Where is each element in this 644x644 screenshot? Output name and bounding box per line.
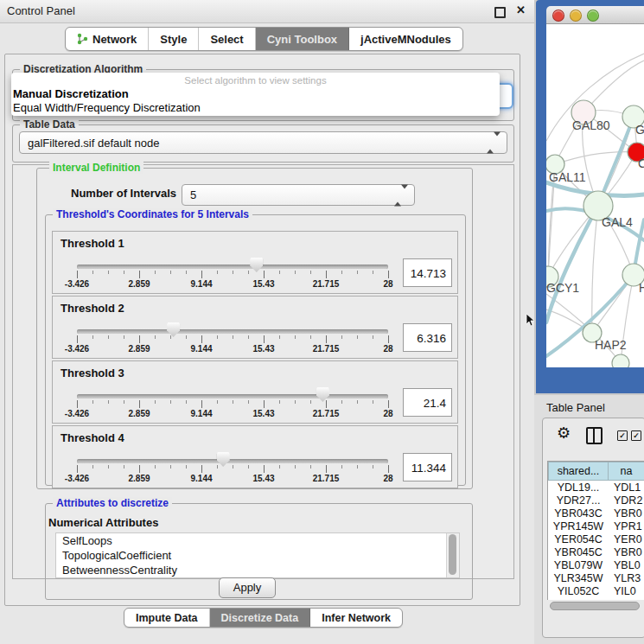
split-columns-icon[interactable] [586,427,603,444]
close-icon[interactable]: ✕ [516,3,526,16]
table-data-combo[interactable]: galFiltered.sif default node [19,131,507,154]
table-row[interactable]: YLR345WYLR3 [548,571,644,584]
bottom-tab-impute-data[interactable]: Impute Data [124,609,210,627]
tab-label: Select [210,33,243,46]
control-panel-title: Control Panel [7,4,75,17]
float-window-icon[interactable] [494,7,506,18]
slider-tick-labels: -3.4262.8599.14415.4321.71528 [77,474,388,484]
attributes-scrollbar[interactable] [446,533,459,577]
tab-select[interactable]: Select [199,28,255,50]
slider-tick-labels: -3.4262.8599.14415.4321.71528 [77,409,388,419]
algorithm-option-manual[interactable]: Manual Discretization [13,87,129,100]
checked-checkbox-icon[interactable]: ✓ [631,430,641,441]
table-row[interactable]: YER054CYER0 [548,532,644,545]
table-panel: Table Panel ⚙ ✓ ✓ shared... na YDL19...Y… [534,395,644,644]
top-tabbar: NetworkStyleSelectCyni ToolboxjActiveMNo… [65,27,463,51]
table-cell: YDL1 [609,481,644,494]
attribute-items: SelfLoopsTopologicalCoefficientBetweenne… [56,533,459,577]
table-cell: YLR3 [609,571,644,584]
tab-label: Cyni Toolbox [267,33,337,46]
network-node-label: H [639,281,644,295]
table-cell: YLR345W [548,571,609,584]
table-data-combo-value: galFiltered.sif default node [28,132,159,153]
slider-tick-labels: -3.4262.8599.14415.4321.71528 [77,279,388,290]
network-node-label: G [635,123,644,137]
minimize-traffic-light-icon[interactable] [570,10,582,22]
table-cell: YIL052C [548,584,609,597]
column-header-shared[interactable]: shared... [548,462,609,481]
slider-track[interactable] [77,265,388,269]
stepper-arrows-icon [487,137,501,150]
network-graph: GAL80GCGAL11GAL4GCY1HHAP2 [546,24,644,367]
table-row[interactable]: YBR043CYBR0 [548,507,644,520]
threshold-row-4: Threshold 4-3.4262.8599.14415.4321.71528… [52,425,458,488]
threshold-label: Threshold 2 [61,302,124,315]
slider-track[interactable] [77,394,388,399]
threshold-row-2: Threshold 2-3.4262.8599.14415.4321.71528… [52,296,458,359]
slider-ticks [77,271,388,279]
threshold-value-field[interactable]: 11.344 [403,453,452,481]
algorithm-dropdown-popup: Select algorithm to view settings Manual… [11,73,500,116]
threshold-value-field[interactable]: 21.4 [403,388,452,417]
network-node[interactable] [612,354,629,367]
table-row[interactable]: YPR145WYPR1 [548,520,644,532]
slider-track[interactable] [77,329,388,334]
threshold-value-field[interactable]: 6.316 [403,323,452,352]
network-edge[interactable] [555,152,637,164]
tab-label: Style [160,33,187,46]
table-horizontal-scrollbar[interactable] [550,602,640,610]
tab-cyni-toolbox[interactable]: Cyni Toolbox [256,28,349,50]
network-node-label: GAL11 [549,170,586,184]
table-row[interactable]: YBR045CYBR0 [548,545,644,558]
threshold-row-3: Threshold 3-3.4262.8599.14415.4321.71528… [52,360,458,424]
threshold-value-field[interactable]: 14.713 [403,258,452,287]
attribute-item-betweennesscentrality[interactable]: BetweennessCentrality [56,563,459,577]
table-rows: YDL19...YDL1YDR27...YDR2YBR043CYBR0YPR14… [548,481,644,597]
threshold-list: Threshold 1-3.4262.8599.14415.4321.71528… [52,231,458,488]
table-row[interactable]: YBL079WYBL0 [548,558,644,571]
tab-label: Network [92,33,137,46]
table-row[interactable]: YDL19...YDL1 [548,481,644,494]
table-cell: YIL0 [609,584,644,597]
apply-button[interactable]: Apply [219,577,276,598]
table-row[interactable]: YDR27...YDR2 [548,494,644,507]
slider-tick-labels: -3.4262.8599.14415.4321.71528 [77,344,388,354]
table-row[interactable]: YIL052CYIL0 [548,584,644,597]
table-cell: YDR27... [548,494,609,507]
table-cell: YER0 [609,532,644,545]
attribute-item-topologicalcoefficient[interactable]: TopologicalCoefficient [56,548,459,563]
control-panel-titlebar: Control Panel ✕ [0,0,534,23]
node-attribute-table[interactable]: shared... na YDL19...YDL1YDR27...YDR2YBR… [547,461,644,600]
tab-label: Impute Data [136,612,198,624]
table-cell: YDR2 [609,494,644,507]
close-traffic-light-icon[interactable] [552,10,564,22]
network-node-label: HAP2 [595,338,627,352]
number-of-intervals-label: Number of Intervals [71,183,176,204]
algorithm-option-equal-width[interactable]: Equal Width/Frequency Discretization [13,101,201,114]
tab-network[interactable]: Network [66,28,149,50]
bottom-tab-discretize-data[interactable]: Discretize Data [210,609,311,627]
mouse-cursor [526,313,536,327]
network-edge-thick[interactable] [546,206,598,322]
attributes-group-title: Attributes to discretize [53,497,172,509]
numerical-attributes-list[interactable]: SelfLoopsTopologicalCoefficientBetweenne… [55,532,460,578]
number-of-intervals-combo[interactable]: 5 [182,184,415,206]
zoom-traffic-light-icon[interactable] [587,10,599,22]
table-cell: YBR043C [548,507,609,520]
checked-checkbox-icon[interactable]: ✓ [617,430,628,441]
table-panel-title: Table Panel [546,401,605,414]
control-panel: Control Panel ✕ NetworkStyleSelectCyni T… [0,0,534,644]
threshold-label: Threshold 4 [61,431,124,444]
table-cell: YBR045C [548,545,609,558]
network-canvas[interactable]: GAL80GCGAL11GAL4GCY1HHAP2 [546,24,644,367]
tab-style[interactable]: Style [149,28,199,50]
slider-track[interactable] [77,459,388,463]
gear-icon[interactable]: ⚙ [557,424,571,442]
attribute-item-selfloops[interactable]: SelfLoops [56,533,459,548]
tab-jactivemnodules[interactable]: jActiveMNodules [349,28,462,50]
table-cell: YPR145W [548,520,609,532]
table-cell: YBR0 [609,545,644,558]
column-header-name[interactable]: na [609,462,644,481]
bottom-tab-infer-network[interactable]: Infer Network [310,609,402,627]
table-cell: YDL19... [548,481,609,494]
